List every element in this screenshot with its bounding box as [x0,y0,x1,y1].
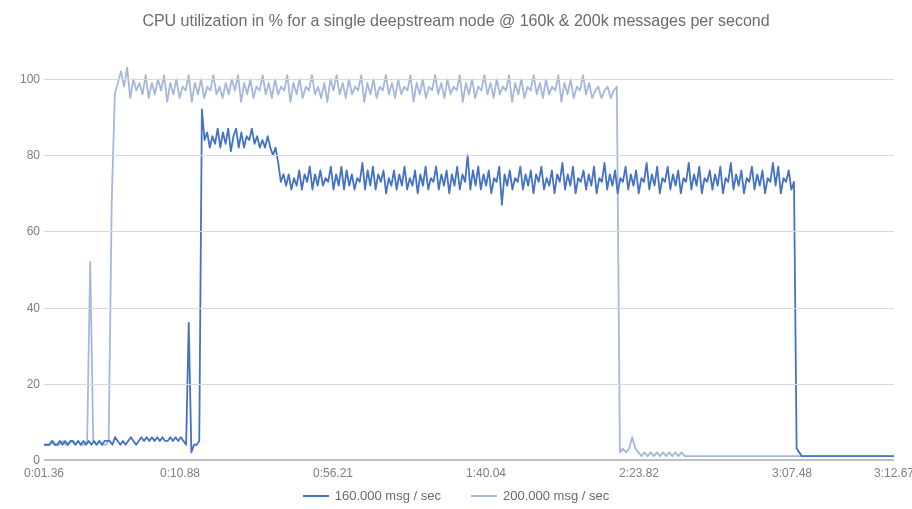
grid-line [44,384,894,385]
grid-line [44,79,894,80]
cpu-utilization-chart: CPU utilization in % for a single deepst… [0,0,912,509]
x-tick-label: 0:56.21 [313,466,353,480]
legend-label-200k: 200.000 msg / sec [503,488,609,503]
x-tick-label: 0:01.36 [24,466,64,480]
grid-line [44,308,894,309]
x-tick-label: 1:40.04 [466,466,506,480]
y-tick-label: 0 [10,453,40,467]
x-tick-label: 3:07.48 [772,466,812,480]
grid-line [44,231,894,232]
chart-title: CPU utilization in % for a single deepst… [0,12,912,30]
chart-legend: 160.000 msg / sec 200.000 msg / sec [0,488,912,503]
x-tick-label: 0:10.88 [160,466,200,480]
chart-lines [44,60,894,460]
x-tick-label: 3:12.67 [874,466,912,480]
plot-area: 0204060801000:01.360:10.880:56.211:40.04… [44,60,894,460]
y-tick-label: 20 [10,377,40,391]
grid-line [44,460,894,461]
y-tick-label: 80 [10,148,40,162]
grid-line [44,155,894,156]
x-tick-label: 2:23.82 [619,466,659,480]
y-tick-label: 40 [10,301,40,315]
legend-swatch-160k [303,495,329,497]
series-line [44,110,894,457]
legend-label-160k: 160.000 msg / sec [335,488,441,503]
legend-item-160k: 160.000 msg / sec [303,488,441,503]
legend-swatch-200k [471,495,497,497]
y-tick-label: 100 [10,72,40,86]
y-tick-label: 60 [10,224,40,238]
series-line [44,68,894,457]
legend-item-200k: 200.000 msg / sec [471,488,609,503]
